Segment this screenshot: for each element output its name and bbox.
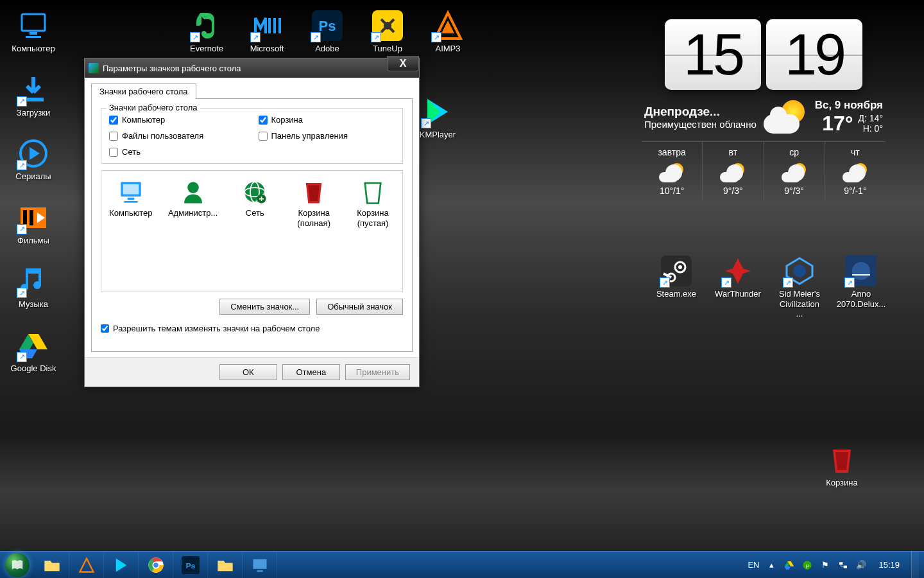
user-icon xyxy=(180,179,207,206)
forecast-day: чт9°/-1° xyxy=(825,142,886,201)
checkbox-input[interactable] xyxy=(259,132,268,141)
taskbar-item-settings[interactable] xyxy=(243,552,277,578)
desktop-icon-label: Загрузки xyxy=(17,108,50,118)
weather-condition: Преимуществен облачно xyxy=(644,119,757,130)
language-indicator[interactable]: EN xyxy=(748,560,759,570)
checkbox-network[interactable]: Сеть xyxy=(109,147,246,157)
microsoft-icon: ↗ xyxy=(252,10,282,41)
checkbox-input[interactable] xyxy=(109,148,118,157)
recycle-bin-full-icon xyxy=(300,179,327,206)
network-tray-icon[interactable] xyxy=(837,559,849,571)
taskbar-item-aimp[interactable] xyxy=(69,552,104,578)
close-button[interactable]: X xyxy=(387,56,419,71)
desktop-icon-label: Sid Meier's Civilization ... xyxy=(775,289,824,319)
taskbar-item-play[interactable] xyxy=(104,552,139,578)
checkbox-computer[interactable]: Компьютер xyxy=(109,115,246,125)
desktop-icon-civilization[interactable]: ↗Sid Meier's Civilization ... xyxy=(775,256,824,319)
change-icon-button[interactable]: Сменить значок... xyxy=(219,299,310,315)
cancel-button[interactable]: Отмена xyxy=(282,364,340,380)
start-button[interactable] xyxy=(0,552,35,579)
desktop-icon-label: WarThunder xyxy=(715,289,761,299)
desktop-icon-warthunder[interactable]: ↗WarThunder xyxy=(714,256,762,319)
svg-point-19 xyxy=(852,262,870,280)
show-desktop-button[interactable] xyxy=(911,552,919,579)
desktop-icon-gdisk[interactable]: ↗ Google Disk xyxy=(9,330,58,374)
svg-rect-7 xyxy=(30,210,33,225)
icon-item-admin[interactable]: Администр... xyxy=(168,179,218,218)
flag-tray-icon[interactable]: ⚑ xyxy=(819,559,831,571)
taskbar-item-photoshop[interactable]: Ps xyxy=(173,552,208,578)
taskbar-item-chrome[interactable] xyxy=(139,552,173,578)
tab-desktop-icons[interactable]: Значки рабочего стола xyxy=(91,83,196,99)
taskbar-item-explorer[interactable] xyxy=(35,552,69,578)
desktop-icon-label: Adobe xyxy=(315,44,339,54)
evernote-icon: ↗ xyxy=(191,10,222,41)
checkbox-userfiles[interactable]: Файлы пользователя xyxy=(109,131,246,141)
desktop-icon-adobe[interactable]: Ps↗Adobe xyxy=(303,10,352,54)
svg-text:Ps: Ps xyxy=(185,561,194,569)
checkbox-input[interactable] xyxy=(109,132,118,141)
computer-icon xyxy=(117,179,144,206)
icon-item-network[interactable]: Сеть xyxy=(233,179,277,218)
google-drive-tray-icon[interactable] xyxy=(783,559,795,571)
utorrent-tray-icon[interactable]: µ xyxy=(801,559,813,571)
desktop-icon-kmplayer[interactable]: ↗KMPlayer xyxy=(413,96,462,140)
desktop-icon-downloads[interactable]: ↗ Загрузки xyxy=(9,74,58,118)
windows-logo-icon xyxy=(5,553,30,577)
tuneup-icon: ↗ xyxy=(372,10,403,41)
desktop-icon-films[interactable]: ↗ Фильмы xyxy=(9,202,58,246)
svg-rect-34 xyxy=(253,559,266,568)
svg-rect-23 xyxy=(124,201,137,203)
checkbox-allow-themes[interactable]: Разрешить темам изменять значки на рабоч… xyxy=(101,324,403,333)
desktop-icon-steam[interactable]: ↗Steam.exe xyxy=(652,256,701,319)
desktop-icon-label: Корзина xyxy=(826,478,858,488)
icon-item-bin-empty[interactable]: Корзина (пустая) xyxy=(351,179,395,228)
desktop-icon-evernote[interactable]: ↗Evernote xyxy=(182,10,231,54)
desktop[interactable]: Компьютер ↗ Загрузки ↗ Сериалы ↗ Фильмы … xyxy=(0,0,924,578)
desktop-icon-recycle-bin[interactable]: Корзина xyxy=(817,444,866,488)
desktop-icon-microsoft[interactable]: ↗Microsoft xyxy=(243,10,291,54)
desktop-icon-music[interactable]: ↗ Музыка xyxy=(9,266,58,310)
taskbar-clock[interactable]: 15:19 xyxy=(873,560,905,570)
play-store-icon xyxy=(112,556,130,574)
checkbox-input[interactable] xyxy=(109,116,118,125)
desktop-icon-tuneup[interactable]: ↗TuneUp xyxy=(363,10,412,54)
svg-rect-6 xyxy=(23,210,27,225)
svg-point-24 xyxy=(187,182,199,193)
icon-preview-list[interactable]: Компьютер Администр... Сеть Корзина (пол… xyxy=(101,170,403,292)
checkbox-input[interactable] xyxy=(101,324,109,333)
desktop-icon-aimp3[interactable]: ↗AIMP3 xyxy=(424,10,472,54)
checkbox-controlpanel[interactable]: Панель управления xyxy=(259,131,395,141)
icon-item-bin-full[interactable]: Корзина (полная) xyxy=(292,179,336,228)
icon-item-computer[interactable]: Компьютер xyxy=(109,179,153,218)
default-icon-button[interactable]: Обычный значок xyxy=(316,299,403,315)
apply-button[interactable]: Применить xyxy=(345,364,410,380)
dialog-titlebar[interactable]: Параметры значков рабочего стола X xyxy=(85,58,419,78)
photoshop-icon: Ps xyxy=(182,556,200,574)
tray-arrow-icon[interactable]: ▴ xyxy=(766,559,777,571)
play-circle-icon: ↗ xyxy=(18,138,49,169)
clock-hours: 15 xyxy=(665,19,761,90)
fieldset-legend: Значки рабочего стола xyxy=(107,103,200,112)
svg-rect-22 xyxy=(128,198,135,200)
recycle-bin-empty-icon xyxy=(359,179,386,206)
desktop-icon-anno[interactable]: ↗Anno 2070.Delux... xyxy=(837,256,886,319)
dialog-icon xyxy=(89,63,99,73)
clock-flip: 15 19 xyxy=(642,19,886,90)
fieldset-desktop-icons: Значки рабочего стола Компьютер Корзина … xyxy=(101,108,403,164)
weather-widget[interactable]: 15 19 Днепродзе... Преимуществен облачно… xyxy=(642,19,886,201)
taskbar-item-explorer2[interactable] xyxy=(208,552,243,578)
checkbox-bin[interactable]: Корзина xyxy=(259,115,395,125)
desktop-column-left: Компьютер ↗ Загрузки ↗ Сериалы ↗ Фильмы … xyxy=(9,10,58,374)
ok-button[interactable]: ОК xyxy=(219,364,277,380)
volume-tray-icon[interactable]: 🔊 xyxy=(855,559,867,571)
desktop-icon-computer[interactable]: Компьютер xyxy=(9,10,58,54)
steam-icon: ↗ xyxy=(661,256,692,286)
taskbar[interactable]: Ps EN ▴ µ ⚑ 🔊 15:19 xyxy=(0,551,924,578)
weather-sun-cloud-icon xyxy=(760,98,811,136)
forecast-day: ср9°/3° xyxy=(764,142,825,201)
desktop-icon-serials[interactable]: ↗ Сериалы xyxy=(9,138,58,182)
svg-rect-0 xyxy=(22,14,45,31)
checkbox-input[interactable] xyxy=(259,116,268,125)
desktop-icon-label: Steam.exe xyxy=(656,289,696,299)
